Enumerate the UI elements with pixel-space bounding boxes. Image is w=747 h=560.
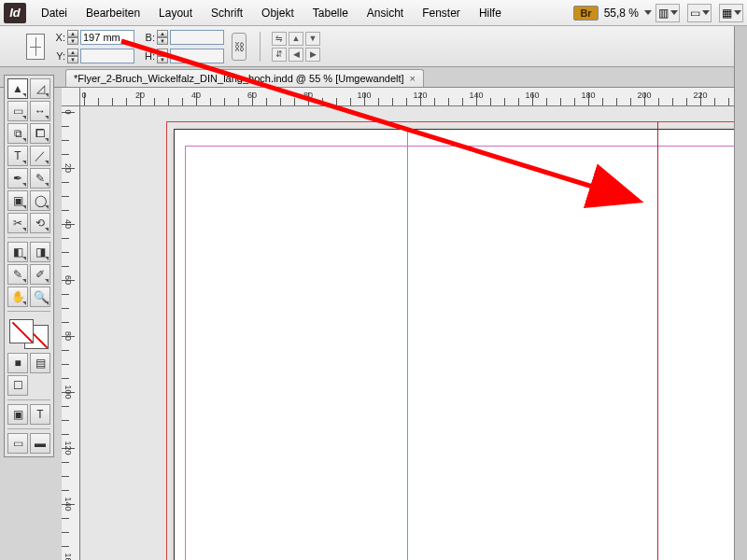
- tool-panel: ▲◿▭↔⧉⧠T／✒✎▣◯✂⟲◧◨✎✐✋🔍■▤☐▣T▭▬: [4, 75, 54, 457]
- panel-dock[interactable]: [734, 26, 747, 560]
- page-tool[interactable]: ▭: [7, 101, 28, 121]
- zoom-tool[interactable]: 🔍: [30, 287, 50, 307]
- ruler-h-label: 80: [303, 91, 313, 100]
- ruler-h-label: 40: [191, 91, 201, 100]
- distribute-group: ⇋ ▲ ▼ ⇵ ◀ ▶: [272, 32, 320, 62]
- h-field[interactable]: [170, 49, 224, 63]
- ruler-origin[interactable]: [62, 88, 80, 106]
- ruler-v-label: 140: [63, 497, 73, 511]
- menu-hilfe[interactable]: Hilfe: [470, 3, 511, 23]
- w-step-down[interactable]: ▼: [157, 37, 168, 45]
- menu-tabelle[interactable]: Tabelle: [303, 3, 358, 23]
- ruler-v-label: 100: [63, 385, 73, 399]
- pen-tool[interactable]: ✒: [7, 168, 28, 189]
- x-step-up[interactable]: ▲: [67, 30, 78, 37]
- reference-point-icon[interactable]: [26, 34, 45, 60]
- ruler-v-label: 20: [63, 163, 73, 173]
- select-next-button[interactable]: ▼: [305, 32, 320, 46]
- gradient-swatch-tool[interactable]: ◧: [7, 242, 28, 262]
- ruler-h-label: 200: [637, 91, 651, 100]
- pasteboard[interactable]: [80, 106, 747, 560]
- scissors-tool[interactable]: ✂: [7, 213, 28, 233]
- menu-ansicht[interactable]: Ansicht: [358, 3, 413, 23]
- document-tab-row: *Flyer_2-Bruch_Wickelfalz_DIN_lang_hoch.…: [0, 67, 747, 88]
- free-transform-tool[interactable]: ⟲: [30, 213, 50, 233]
- ruler-v-label: 120: [63, 441, 73, 455]
- chevron-down-icon[interactable]: [644, 10, 652, 15]
- screen-mode-normal[interactable]: ▭: [7, 433, 28, 454]
- ellipse-tool[interactable]: ◯: [30, 190, 50, 211]
- menu-bearbeiten[interactable]: Bearbeiten: [77, 3, 149, 23]
- menu-fenster[interactable]: Fenster: [413, 3, 470, 23]
- menu-objekt[interactable]: Objekt: [252, 3, 303, 23]
- close-icon[interactable]: ×: [410, 73, 416, 84]
- type-tool[interactable]: T: [7, 146, 28, 166]
- work-area: 020406080100120140160180200220 020406080…: [62, 88, 747, 560]
- apply-none-button[interactable]: ☐: [7, 375, 28, 396]
- horizontal-ruler[interactable]: 020406080100120140160180200220: [80, 88, 747, 106]
- screen-mode-preview[interactable]: ▬: [30, 433, 50, 454]
- y-field[interactable]: [80, 49, 134, 63]
- w-field[interactable]: [170, 30, 224, 45]
- line-tool[interactable]: ／: [30, 146, 50, 166]
- y-step-up[interactable]: ▲: [67, 49, 78, 56]
- select-next-object-button[interactable]: ▶: [305, 48, 320, 62]
- eyedropper-tool[interactable]: ✐: [30, 264, 50, 285]
- menu-layout[interactable]: Layout: [149, 3, 202, 23]
- screen-mode-button[interactable]: ▭: [687, 4, 712, 22]
- h-step-up[interactable]: ▲: [157, 49, 168, 56]
- x-label: X:: [50, 32, 65, 43]
- fold-guide[interactable]: [657, 121, 658, 560]
- menu-datei[interactable]: Datei: [32, 3, 77, 23]
- x-field[interactable]: [80, 30, 134, 45]
- w-label: B:: [140, 32, 155, 43]
- note-tool[interactable]: ✎: [7, 264, 28, 285]
- flip-vertical-button[interactable]: ⇵: [272, 48, 287, 62]
- apply-color-button[interactable]: ■: [7, 353, 28, 373]
- gap-tool[interactable]: ↔: [30, 101, 50, 121]
- apply-gradient-button[interactable]: ▤: [30, 353, 50, 373]
- view-options-button[interactable]: ▥: [655, 4, 680, 22]
- ruler-h-label: 160: [525, 91, 539, 100]
- document-tab-title: *Flyer_2-Bruch_Wickelfalz_DIN_lang_hoch.…: [74, 73, 404, 84]
- ruler-v-label: 60: [63, 275, 73, 285]
- bridge-button[interactable]: Br: [573, 6, 598, 21]
- app-badge: Id: [4, 3, 26, 23]
- separator: [260, 32, 261, 62]
- select-prev-object-button[interactable]: ◀: [289, 48, 303, 62]
- vertical-ruler[interactable]: 020406080100120140160: [62, 106, 80, 560]
- normal-view-button[interactable]: ▣: [7, 404, 28, 425]
- h-label: H:: [140, 50, 155, 62]
- ruler-h-label: 20: [135, 91, 145, 100]
- ruler-v-label: 40: [63, 219, 73, 229]
- direct-selection-tool[interactable]: ◿: [30, 78, 50, 99]
- ruler-v-label: 0: [63, 109, 73, 114]
- content-collector-tool[interactable]: ⧉: [7, 123, 28, 144]
- ruler-h-label: 120: [413, 91, 427, 100]
- menu-schrift[interactable]: Schrift: [202, 3, 252, 23]
- column-guide[interactable]: [407, 129, 408, 560]
- flip-horizontal-button[interactable]: ⇋: [272, 32, 287, 46]
- gradient-feather-tool[interactable]: ◨: [30, 242, 50, 262]
- zoom-level-label[interactable]: 55,8 %: [604, 7, 639, 20]
- hand-tool[interactable]: ✋: [7, 287, 28, 307]
- fill-stroke-swatch[interactable]: [7, 317, 50, 351]
- content-placer-tool[interactable]: ⧠: [30, 123, 50, 144]
- ruler-h-label: 220: [693, 91, 707, 100]
- rectangle-frame-tool[interactable]: ▣: [7, 190, 28, 211]
- preview-view-button[interactable]: T: [30, 404, 50, 425]
- x-step-down[interactable]: ▼: [67, 37, 78, 45]
- selection-tool[interactable]: ▲: [7, 78, 28, 99]
- w-step-up[interactable]: ▲: [157, 30, 168, 37]
- select-container-button[interactable]: ▲: [289, 32, 303, 46]
- pencil-tool[interactable]: ✎: [30, 168, 50, 189]
- ruler-h-label: 100: [357, 91, 371, 100]
- constrain-proportions-icon[interactable]: ⛓: [232, 33, 247, 61]
- arrange-documents-button[interactable]: ▦: [719, 4, 743, 22]
- y-step-down[interactable]: ▼: [67, 56, 78, 63]
- ruler-v-label: 80: [63, 331, 73, 341]
- menu-bar: Id Datei Bearbeiten Layout Schrift Objek…: [0, 0, 747, 26]
- h-step-down[interactable]: ▼: [157, 56, 168, 63]
- y-label: Y:: [50, 50, 65, 62]
- document-tab[interactable]: *Flyer_2-Bruch_Wickelfalz_DIN_lang_hoch.…: [65, 69, 424, 87]
